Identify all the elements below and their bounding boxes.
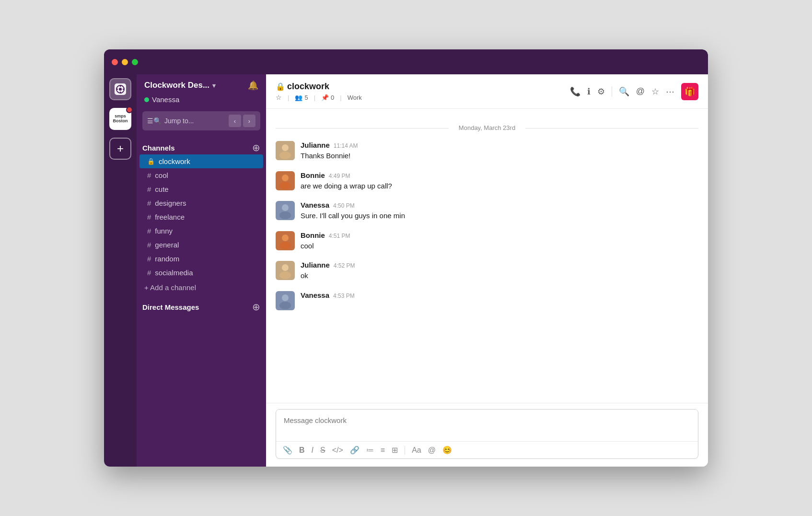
link-icon[interactable]: 🔗 bbox=[350, 446, 360, 455]
font-size-icon[interactable]: Aa bbox=[412, 446, 421, 455]
members-count[interactable]: 👥 5 bbox=[295, 94, 308, 101]
channel-name-random: random bbox=[155, 255, 179, 263]
hash-icon: # bbox=[147, 171, 151, 179]
message-content: Vanessa 4:50 PM Sure. I'll call you guys… bbox=[301, 201, 698, 222]
message-input[interactable] bbox=[276, 410, 698, 439]
gift-button[interactable]: 🎁 bbox=[681, 83, 698, 100]
maximize-button[interactable] bbox=[132, 59, 138, 65]
chat-area: 🔒 clockwork ☆ | 👥 5 | 📌 0 | bbox=[266, 49, 708, 467]
info-icon[interactable]: ℹ bbox=[587, 86, 591, 97]
message-author: Bonnie bbox=[301, 171, 325, 179]
channel-name-socialmedia: socialmedia bbox=[155, 269, 193, 277]
bold-icon[interactable]: B bbox=[299, 446, 305, 455]
pins-number: 0 bbox=[331, 94, 334, 101]
members-icon: 👥 bbox=[295, 94, 302, 101]
star-channel-icon[interactable]: ☆ bbox=[651, 86, 659, 97]
svg-point-15 bbox=[279, 211, 291, 219]
sidebar: Clockwork Des... ▾ 🔔 Vanessa ☰🔍 Jump to.… bbox=[137, 49, 266, 467]
message-header: Vanessa 4:50 PM bbox=[301, 201, 698, 209]
svg-point-11 bbox=[282, 175, 289, 181]
hash-icon: # bbox=[147, 199, 151, 207]
message-time: 4:49 PM bbox=[329, 173, 350, 179]
app-window: smpsBoston + Clockwork Des... ▾ 🔔 Vaness… bbox=[104, 49, 708, 467]
channel-name-clockwork: clockwork bbox=[159, 157, 190, 165]
channel-item-random[interactable]: # random bbox=[139, 252, 263, 266]
emoji-icon[interactable]: 😊 bbox=[442, 446, 452, 455]
attach-icon[interactable]: 📎 bbox=[283, 446, 292, 455]
workspace-icon-smps[interactable]: smpsBoston bbox=[109, 108, 131, 130]
message-text: cool bbox=[301, 241, 698, 252]
at-mention-icon[interactable]: @ bbox=[636, 86, 645, 96]
channel-tag: Work bbox=[348, 94, 362, 101]
message-header: Julianne 4:52 PM bbox=[301, 261, 698, 269]
message-header: Bonnie 4:49 PM bbox=[301, 171, 698, 179]
chevron-down-icon: ▾ bbox=[212, 82, 216, 89]
message-time: 4:50 PM bbox=[333, 202, 355, 209]
message-author: Vanessa bbox=[301, 291, 329, 299]
avatar-bonnie bbox=[276, 231, 295, 250]
lock-icon: 🔒 bbox=[276, 82, 285, 91]
forward-button[interactable]: › bbox=[243, 115, 255, 127]
message-time: 4:51 PM bbox=[329, 233, 350, 239]
settings-icon[interactable]: ⚙ bbox=[597, 86, 605, 97]
minimize-button[interactable] bbox=[122, 59, 128, 65]
svg-point-12 bbox=[279, 182, 291, 189]
add-workspace-button[interactable]: + bbox=[109, 138, 131, 160]
jump-to-bar[interactable]: ☰🔍 Jump to... ‹ › bbox=[142, 111, 260, 130]
channel-item-clockwork[interactable]: 🔒 clockwork bbox=[139, 154, 263, 168]
more-options-icon[interactable]: ⋯ bbox=[666, 86, 674, 97]
channel-name-freelance: freelance bbox=[155, 213, 185, 221]
phone-icon[interactable]: 📞 bbox=[570, 86, 580, 97]
search-icon[interactable]: 🔍 bbox=[619, 86, 629, 97]
channel-item-socialmedia[interactable]: # socialmedia bbox=[139, 266, 263, 280]
navigation-buttons: ‹ › bbox=[229, 115, 255, 127]
message-row: Vanessa 4:53 PM bbox=[276, 291, 698, 310]
svg-point-21 bbox=[279, 271, 291, 279]
gift-icon: 🎁 bbox=[684, 86, 695, 97]
italic-icon[interactable]: I bbox=[312, 446, 313, 455]
chat-meta: ☆ | 👥 5 | 📌 0 | Work bbox=[276, 94, 362, 101]
message-author: Bonnie bbox=[301, 231, 325, 239]
channel-list: 🔒 clockwork # cool # cute # designers # … bbox=[137, 154, 266, 280]
at-mention-toolbar-icon[interactable]: @ bbox=[428, 446, 436, 455]
message-text: Sure. I'll call you guys in one min bbox=[301, 211, 698, 222]
channel-item-funny[interactable]: # funny bbox=[139, 224, 263, 238]
ordered-list-icon[interactable]: ≔ bbox=[366, 446, 374, 455]
close-button[interactable] bbox=[112, 59, 118, 65]
channel-item-general[interactable]: # general bbox=[139, 238, 263, 252]
jump-to-search[interactable]: ☰🔍 Jump to... bbox=[147, 117, 194, 125]
message-text: ok bbox=[301, 270, 698, 281]
block-icon[interactable]: ⊞ bbox=[392, 446, 398, 455]
svg-point-14 bbox=[282, 204, 289, 211]
jump-to-placeholder: Jump to... bbox=[164, 117, 194, 125]
notification-bell-icon[interactable]: 🔔 bbox=[248, 80, 258, 91]
meta-divider: | bbox=[288, 94, 289, 101]
chat-header: 🔒 clockwork ☆ | 👥 5 | 📌 0 | bbox=[266, 74, 708, 109]
workspace-icon-clockwork[interactable] bbox=[109, 78, 131, 100]
add-channel-icon[interactable]: ⊕ bbox=[252, 143, 260, 152]
star-icon[interactable]: ☆ bbox=[276, 94, 282, 101]
channel-item-designers[interactable]: # designers bbox=[139, 196, 263, 210]
add-channel-button[interactable]: + Add a channel bbox=[137, 280, 266, 294]
add-dm-icon[interactable]: ⊕ bbox=[252, 302, 260, 312]
message-time: 4:53 PM bbox=[333, 293, 355, 299]
avatar-julianne bbox=[276, 141, 295, 160]
workspace-name[interactable]: Clockwork Des... ▾ bbox=[144, 81, 216, 90]
unordered-list-icon[interactable]: ≡ bbox=[381, 446, 385, 455]
back-button[interactable]: ‹ bbox=[229, 115, 241, 127]
hash-icon: # bbox=[147, 213, 151, 221]
pins-count[interactable]: 📌 0 bbox=[321, 94, 334, 101]
avatar-bonnie bbox=[276, 171, 295, 190]
svg-point-8 bbox=[282, 144, 289, 151]
svg-point-18 bbox=[279, 242, 291, 249]
toolbar-divider bbox=[405, 446, 405, 455]
channels-section-title: Channels bbox=[142, 144, 175, 152]
message-row: Bonnie 4:49 PM are we doing a wrap up ca… bbox=[276, 171, 698, 192]
channel-item-cool[interactable]: # cool bbox=[139, 168, 263, 182]
channel-item-freelance[interactable]: # freelance bbox=[139, 210, 263, 224]
header-divider bbox=[612, 86, 612, 97]
chat-header-left: 🔒 clockwork ☆ | 👥 5 | 📌 0 | bbox=[276, 82, 362, 101]
code-icon[interactable]: </> bbox=[332, 446, 343, 455]
channel-item-cute[interactable]: # cute bbox=[139, 182, 263, 196]
strikethrough-icon[interactable]: S bbox=[320, 446, 325, 455]
